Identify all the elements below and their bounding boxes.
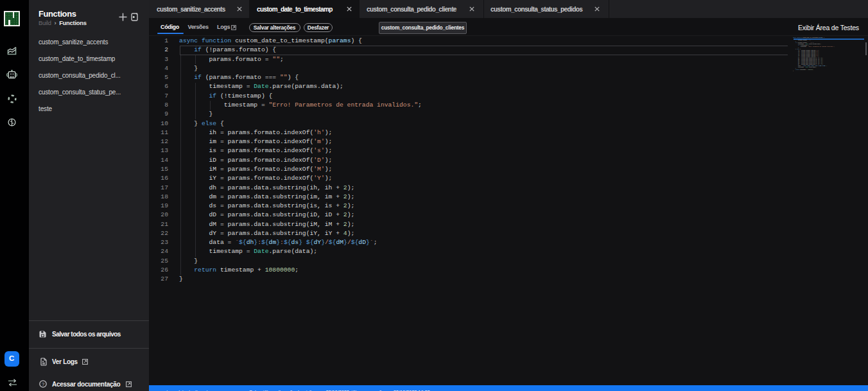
svg-text:?: ? — [42, 381, 44, 387]
